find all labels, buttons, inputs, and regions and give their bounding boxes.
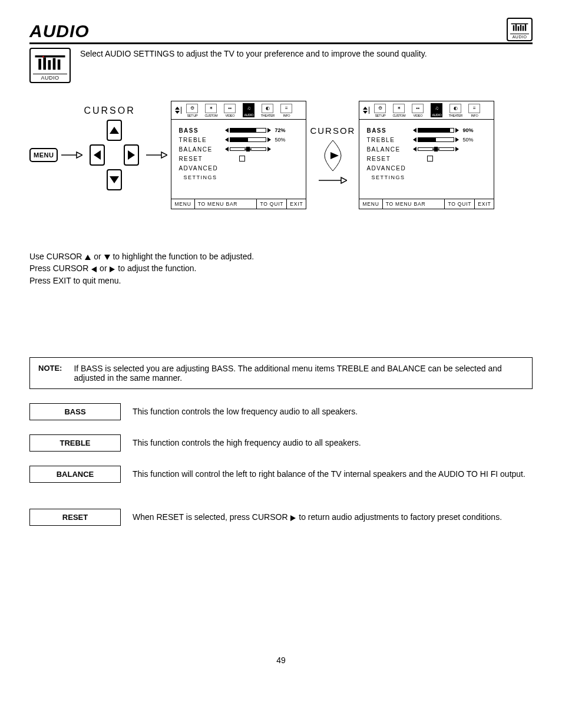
- svg-rect-1: [513, 25, 514, 31]
- osd-label-settings: SETTINGS: [178, 174, 223, 180]
- header-divider: [29, 42, 533, 44]
- treble-slider[interactable]: [413, 137, 459, 142]
- tab-audio[interactable]: ♫AUDIO: [428, 103, 445, 117]
- osd-row-bass[interactable]: BASS 72%: [178, 126, 300, 135]
- note-label: NOTE:: [38, 364, 62, 383]
- tab-info[interactable]: ≡INFO: [277, 104, 295, 117]
- definition-treble: TREBLE This function controls the high f…: [29, 434, 533, 452]
- right-triangle-icon: [290, 515, 296, 521]
- osd-label-advanced: ADVANCED: [178, 165, 223, 172]
- instruction-line-1: Use CURSOR or to highlight the function …: [29, 251, 533, 262]
- audio-icon-intro: AUDIO: [29, 48, 71, 83]
- flow-arrow-icon: [61, 150, 82, 160]
- reset-checkbox[interactable]: [239, 156, 245, 162]
- osd-label-balance: BALANCE: [366, 146, 411, 153]
- osd-footer: MENU TO MENU BAR TO QUIT EXIT: [171, 199, 306, 209]
- treble-value: 50%: [273, 137, 285, 143]
- osd-row-bass[interactable]: BASS 90%: [366, 126, 488, 135]
- balance-slider[interactable]: [413, 147, 459, 151]
- topbar-scroll-icon: [174, 107, 181, 114]
- cursor-up-button[interactable]: [107, 120, 122, 141]
- def-box-bass: BASS: [29, 403, 121, 420]
- tab-custom[interactable]: ✶CUSTOM: [390, 104, 408, 117]
- osd-tab-bar: ⚙SET UP ✶CUSTOM ▪▪VIDEO ♫AUDIO ◐THEATER …: [171, 101, 306, 120]
- svg-rect-11: [53, 58, 56, 70]
- page-number: 49: [29, 655, 533, 665]
- page-header: AUDIO AUDIO: [29, 18, 533, 41]
- svg-rect-0: [511, 24, 528, 25]
- reset-checkbox[interactable]: [427, 156, 433, 162]
- left-triangle-icon: [91, 266, 97, 272]
- bass-slider[interactable]: [413, 128, 459, 133]
- osd-row-advanced[interactable]: ADVANCED: [178, 163, 300, 173]
- osd-row-treble[interactable]: TREBLE 50%: [178, 135, 300, 144]
- bass-value: 90%: [461, 127, 473, 133]
- treble-slider[interactable]: [225, 137, 271, 142]
- osd-row-reset[interactable]: RESET: [178, 154, 300, 163]
- footer-menu: MENU: [359, 199, 382, 209]
- osd-row-balance[interactable]: BALANCE: [366, 144, 488, 154]
- tab-video[interactable]: ▪▪VIDEO: [221, 104, 239, 117]
- osd-row-treble[interactable]: TREBLE 50%: [366, 135, 488, 144]
- footer-to-menu-bar: TO MENU BAR: [383, 199, 445, 209]
- tab-theater[interactable]: ◐THEATER: [447, 104, 464, 117]
- svg-marker-18: [330, 152, 339, 159]
- osd-row-advanced[interactable]: ADVANCED: [366, 163, 488, 173]
- balance-slider[interactable]: [225, 147, 271, 151]
- cursor-nav-block: CURSOR: [310, 126, 355, 185]
- audio-icon-label: AUDIO: [33, 74, 67, 81]
- cursor-label: CURSOR: [310, 126, 355, 136]
- audio-icon-label: AUDIO: [510, 34, 529, 39]
- osd-screen-left: ⚙SET UP ✶CUSTOM ▪▪VIDEO ♫AUDIO ◐THEATER …: [171, 101, 306, 209]
- osd-row-balance[interactable]: BALANCE: [178, 144, 300, 154]
- treble-value: 50%: [461, 137, 473, 143]
- equalizer-icon: [33, 51, 67, 74]
- osd-tab-bar: ⚙SET UP ✶CUSTOM ▪▪VIDEO ♫AUDIO ◐THEATER …: [359, 101, 494, 120]
- osd-footer: MENU TO MENU BAR TO QUIT EXIT: [359, 199, 494, 209]
- tab-audio[interactable]: ♫AUDIO: [240, 103, 257, 117]
- tab-setup[interactable]: ⚙SET UP: [371, 104, 389, 117]
- osd-label-reset: RESET: [366, 156, 411, 162]
- svg-rect-2: [515, 24, 517, 31]
- note-text: If BASS is selected you are adjusting BA…: [74, 364, 524, 383]
- footer-to-quit: TO QUIT: [445, 199, 475, 209]
- flow-arrow-icon: [319, 176, 347, 185]
- tab-info[interactable]: ≡INFO: [465, 104, 483, 117]
- svg-rect-13: [42, 56, 44, 57]
- definition-balance: BALANCE This function will control the l…: [29, 466, 533, 483]
- tab-custom[interactable]: ✶CUSTOM: [202, 104, 220, 117]
- bass-slider[interactable]: [225, 128, 271, 133]
- tab-theater[interactable]: ◐THEATER: [259, 104, 276, 117]
- tab-video[interactable]: ▪▪VIDEO: [409, 104, 427, 117]
- svg-rect-12: [58, 60, 61, 70]
- osd-label-settings: SETTINGS: [366, 174, 411, 180]
- flow-arrow-icon: [146, 150, 167, 160]
- svg-rect-5: [523, 26, 524, 31]
- instruction-block: Use CURSOR or to highlight the function …: [29, 251, 533, 286]
- cursor-right-button[interactable]: [124, 144, 139, 166]
- menu-block: MENU: [29, 148, 82, 162]
- cursor-down-button[interactable]: [107, 169, 122, 190]
- footer-menu: MENU: [171, 199, 194, 209]
- footer-exit: EXIT: [287, 199, 306, 209]
- instruction-line-2: Press CURSOR or to adjust the function.: [29, 262, 533, 274]
- def-box-balance: BALANCE: [29, 466, 121, 483]
- osd-row-settings: SETTINGS: [178, 173, 300, 182]
- svg-marker-17: [161, 152, 167, 158]
- osd-row-reset[interactable]: RESET: [366, 154, 488, 163]
- topbar-scroll-icon: [362, 107, 369, 114]
- up-triangle-icon: [85, 255, 91, 260]
- osd-body: BASS 90% TREBLE 50% BALANCE RESET ADVANC…: [359, 120, 494, 199]
- osd-label-advanced: ADVANCED: [366, 165, 411, 172]
- svg-marker-15: [77, 152, 82, 158]
- cursor-left-button[interactable]: [90, 144, 105, 166]
- osd-label-treble: TREBLE: [366, 137, 411, 143]
- osd-body: BASS 72% TREBLE 50% BALANCE RESET ADVANC…: [171, 120, 306, 199]
- equalizer-icon: [510, 21, 529, 34]
- svg-rect-9: [43, 57, 46, 70]
- svg-rect-4: [520, 25, 521, 31]
- menu-button[interactable]: MENU: [29, 148, 58, 162]
- tab-setup[interactable]: ⚙SET UP: [183, 104, 201, 117]
- dpad-outline-icon: [319, 138, 347, 173]
- right-triangle-icon: [110, 266, 115, 272]
